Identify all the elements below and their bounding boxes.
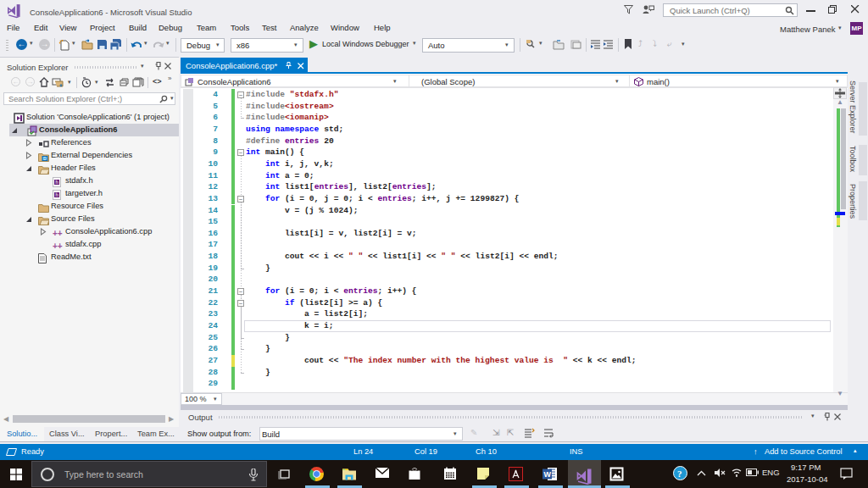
svg-text:h: h: [55, 191, 58, 197]
svg-text:D: D: [43, 156, 47, 161]
svg-text:h: h: [55, 179, 58, 185]
svg-text:W: W: [544, 470, 552, 479]
svg-text:?: ?: [677, 469, 682, 479]
svg-text:++: ++: [53, 229, 63, 238]
svg-text:++: ++: [53, 241, 63, 251]
